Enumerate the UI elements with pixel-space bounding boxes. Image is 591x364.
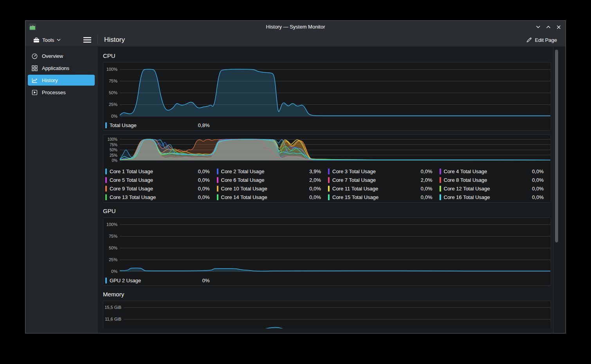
y-axis-label: 50% [103, 90, 117, 95]
sidebar-item-overview[interactable]: Overview [28, 50, 95, 61]
chart-canvas [120, 135, 550, 165]
legend-entry: GPU 2 Usage0% [105, 276, 217, 285]
legend-color-chip [105, 169, 107, 174]
legend-color-chip [217, 186, 218, 192]
legend-entry: Core 7 Total Usage2,0% [328, 176, 440, 184]
pencil-icon [526, 37, 532, 43]
toolbar: Tools History [25, 33, 566, 47]
legend-entry: Core 3 Total Usage0,0% [328, 167, 440, 176]
window-title: History — System Monitor [25, 21, 566, 33]
y-axis-label: 100% [103, 67, 117, 72]
chevron-down-icon [536, 25, 541, 29]
chart-canvas [120, 63, 550, 119]
close-button[interactable] [555, 24, 562, 30]
legend-label: Core 11 Total Usage [332, 186, 378, 192]
y-axis-label: 50% [103, 148, 117, 152]
legend-color-chip [217, 177, 218, 183]
chart-plot-area: 100%75%50%25%0% [103, 63, 551, 119]
legend-value: 0,0% [198, 169, 210, 174]
cpu-total-usage-chart: 100%75%50%25%0% Total Usage0,8% [103, 62, 551, 131]
toolbar-left: Tools [25, 33, 97, 47]
section-title-cpu: CPU [103, 52, 551, 59]
legend-value: 0,0% [532, 194, 544, 200]
legend-color-chip [328, 169, 330, 174]
legend-entry: Core 14 Total Usage0,0% [217, 193, 328, 201]
sidebar-item-processes[interactable]: Processes [28, 87, 95, 98]
legend-value: 0,0% [532, 186, 544, 192]
sidebar-item-history[interactable]: History [28, 75, 95, 86]
legend-entry: Core 9 Total Usage0,0% [105, 184, 217, 193]
legend-color-chip [440, 194, 441, 200]
chart-canvas [124, 301, 550, 328]
legend-entry: Core 16 Total Usage0,0% [440, 193, 551, 201]
legend-label: Core 16 Total Usage [444, 194, 490, 200]
y-axis-label: 25% [103, 153, 117, 158]
legend-label: Core 14 Total Usage [221, 194, 267, 200]
legend-value: 0,8% [198, 122, 210, 128]
chart-canvas [120, 218, 550, 274]
chart-legend: Total Usage0,8% [103, 119, 551, 130]
legend-color-chip [217, 194, 218, 200]
legend-value: 0,0% [198, 194, 210, 200]
legend-entry: Core 12 Total Usage0,0% [440, 184, 551, 193]
desktop-background: History — System Monitor [0, 0, 591, 364]
chart-legend: Core 1 Total Usage0,0%Core 2 Total Usage… [103, 165, 551, 202]
section-title-gpu: GPU [103, 208, 551, 214]
legend-color-chip [105, 186, 107, 192]
legend-color-chip [105, 177, 107, 183]
legend-entry: Core 15 Total Usage0,0% [328, 193, 440, 201]
legend-color-chip [440, 177, 441, 183]
legend-value: 3,9% [309, 169, 321, 174]
gauge-icon [31, 52, 38, 59]
legend-entry: Core 13 Total Usage0,0% [105, 193, 217, 201]
y-axis-label: 75% [103, 79, 117, 84]
titlebar[interactable]: History — System Monitor [25, 21, 566, 33]
vertical-scrollbar[interactable] [553, 47, 560, 333]
legend-entry: Core 11 Total Usage0,0% [328, 184, 440, 193]
chart-plot-area: 100%75%50%25%0% [103, 218, 551, 274]
legend-value: 0,0% [421, 186, 432, 192]
edit-page-button[interactable]: Edit Page [524, 36, 559, 45]
sidebar-item-label: History [42, 77, 58, 83]
app-grid-icon [31, 65, 38, 72]
gpu-usage-chart: 100%75%50%25%0% GPU 2 Usage0% [103, 217, 551, 286]
scrollbar-thumb[interactable] [555, 50, 558, 242]
legend-label: Core 12 Total Usage [444, 186, 490, 192]
legend-value: 2,0% [309, 177, 321, 183]
legend-color-chip [440, 169, 441, 174]
legend-color-chip [328, 177, 330, 183]
y-axis-label: 75% [103, 143, 117, 147]
legend-value: 0,0% [309, 194, 321, 200]
chart-plot-area: 100%75%50%25%0% [103, 135, 551, 165]
legend-value: 0,0% [421, 194, 432, 200]
legend-label: Core 13 Total Usage [110, 194, 156, 200]
maximize-button[interactable] [545, 24, 551, 30]
legend-value: 0% [202, 278, 210, 283]
cpu-cores-chart: 100%75%50%25%0% Core 1 Total Usage0,0%Co… [103, 134, 551, 203]
minimize-button[interactable] [535, 24, 541, 30]
hamburger-icon [83, 37, 91, 43]
y-axis-label: 100% [103, 137, 117, 142]
chart-line-icon [31, 77, 38, 84]
memory-usage-chart: 15,5 GiB11,6 GiB [103, 301, 551, 328]
legend-label: Core 5 Total Usage [110, 177, 153, 183]
legend-color-chip [105, 278, 107, 283]
window-body: Overview Applications [25, 47, 566, 333]
legend-color-chip [105, 122, 107, 128]
legend-entry: Total Usage0,8% [105, 121, 217, 129]
sidebar-item-applications[interactable]: Applications [28, 63, 95, 74]
legend-label: Core 8 Total Usage [444, 177, 487, 183]
legend-label: Total Usage [110, 122, 137, 128]
legend-entry: Core 6 Total Usage2,0% [217, 176, 328, 184]
sidebar-item-label: Applications [42, 65, 69, 71]
hamburger-menu-button[interactable] [82, 36, 93, 44]
content-scroll-area: CPU 100%75%50%25%0% Total Usage0,8% 100%… [97, 47, 566, 333]
system-monitor-window: History — System Monitor [25, 20, 566, 334]
y-axis-label: 0% [103, 158, 117, 163]
y-axis-label: 75% [103, 234, 117, 239]
tools-menu-button[interactable]: Tools [31, 36, 63, 45]
y-axis-label: 25% [103, 102, 117, 107]
briefcase-icon [33, 37, 40, 43]
y-axis-label: 0% [103, 269, 117, 274]
legend-value: 0,0% [198, 177, 210, 183]
